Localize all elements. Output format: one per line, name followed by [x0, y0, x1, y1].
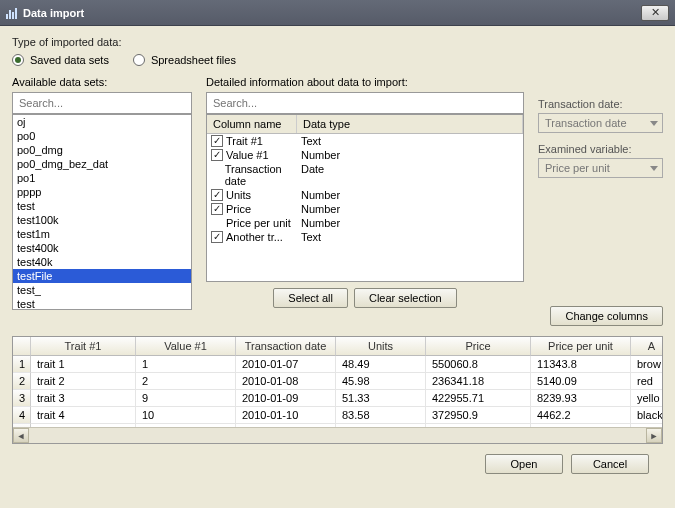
columns-header-type[interactable]: Data type [297, 115, 523, 133]
table-cell[interactable]: trait 4 [31, 407, 136, 424]
table-cell[interactable]: 11343.8 [531, 356, 631, 373]
close-button[interactable]: ✕ [641, 5, 669, 21]
table-cell[interactable]: trait 1 [31, 356, 136, 373]
columns-header-name[interactable]: Column name [207, 115, 297, 133]
available-sets-list[interactable]: ojpo0po0_dmgpo0_dmg_bez_datpo1pppptestte… [12, 114, 192, 310]
list-item[interactable]: test_ [13, 283, 191, 297]
examined-variable-combo[interactable]: Price per unit [538, 158, 663, 178]
title-bar: Data import ✕ [0, 0, 675, 26]
table-cell[interactable]: 372950.9 [426, 407, 531, 424]
search-available-input[interactable] [12, 92, 192, 114]
table-header[interactable] [13, 337, 31, 356]
column-row[interactable]: Transaction dateDate [207, 162, 523, 188]
list-item[interactable]: test400k [13, 241, 191, 255]
change-columns-button[interactable]: Change columns [550, 306, 663, 326]
checkbox[interactable]: ✓ [211, 189, 223, 201]
radio-spreadsheet-files[interactable]: Spreadsheet files [133, 54, 236, 66]
list-item[interactable]: test1m [13, 227, 191, 241]
list-item[interactable]: po1 [13, 171, 191, 185]
column-type: Text [297, 231, 523, 243]
column-name: Value #1 [226, 149, 269, 161]
table-header[interactable]: Transaction date [236, 337, 336, 356]
open-button[interactable]: Open [485, 454, 563, 474]
table-cell[interactable]: 2 [136, 373, 236, 390]
table-header[interactable]: A [631, 337, 663, 356]
table-cell[interactable]: 4462.2 [531, 407, 631, 424]
column-type: Number [297, 189, 523, 201]
column-row[interactable]: ✓Value #1Number [207, 148, 523, 162]
checkbox[interactable]: ✓ [211, 203, 223, 215]
table-cell[interactable]: trait 2 [31, 373, 136, 390]
table-cell[interactable]: red [631, 373, 663, 390]
checkbox[interactable]: ✓ [211, 135, 223, 147]
row-header[interactable]: 4 [13, 407, 31, 424]
table-cell[interactable]: 1 [136, 356, 236, 373]
row-header[interactable]: 1 [13, 356, 31, 373]
column-row[interactable]: ✓UnitsNumber [207, 188, 523, 202]
list-item[interactable]: pppp [13, 185, 191, 199]
table-cell[interactable]: 422955.71 [426, 390, 531, 407]
column-type: Number [297, 217, 523, 229]
list-item[interactable]: test40k [13, 255, 191, 269]
checkbox[interactable]: ✓ [211, 149, 223, 161]
table-cell[interactable]: 9 [136, 390, 236, 407]
table-cell[interactable]: black [631, 407, 663, 424]
list-item[interactable]: oj [13, 115, 191, 129]
row-header[interactable]: 3 [13, 390, 31, 407]
list-item[interactable]: testFile [13, 269, 191, 283]
detailed-info-label: Detailed information about data to impor… [206, 76, 524, 88]
table-cell[interactable]: 236341.18 [426, 373, 531, 390]
window-title: Data import [23, 7, 84, 19]
column-row[interactable]: Price per unitNumber [207, 216, 523, 230]
data-preview-table[interactable]: Trait #1Value #1Transaction dateUnitsPri… [12, 336, 663, 444]
search-columns-input[interactable] [206, 92, 524, 114]
radio-label: Spreadsheet files [151, 54, 236, 66]
table-header[interactable]: Units [336, 337, 426, 356]
table-cell[interactable]: brow [631, 356, 663, 373]
radio-label: Saved data sets [30, 54, 109, 66]
row-header[interactable]: 2 [13, 373, 31, 390]
cancel-button[interactable]: Cancel [571, 454, 649, 474]
column-row[interactable]: ✓PriceNumber [207, 202, 523, 216]
table-cell[interactable]: 5140.09 [531, 373, 631, 390]
close-icon: ✕ [651, 6, 660, 19]
horizontal-scrollbar[interactable]: ◄ ► [13, 427, 662, 443]
scroll-right-icon[interactable]: ► [646, 428, 662, 443]
radio-saved-data-sets[interactable]: Saved data sets [12, 54, 109, 66]
table-cell[interactable]: 2010-01-10 [236, 407, 336, 424]
table-cell[interactable]: 10 [136, 407, 236, 424]
chevron-down-icon [650, 121, 658, 126]
table-header[interactable]: Trait #1 [31, 337, 136, 356]
list-item[interactable]: test [13, 199, 191, 213]
table-cell[interactable]: 8239.93 [531, 390, 631, 407]
type-label: Type of imported data: [12, 36, 663, 48]
select-all-button[interactable]: Select all [273, 288, 348, 308]
table-cell[interactable]: 2010-01-08 [236, 373, 336, 390]
table-header[interactable]: Price [426, 337, 531, 356]
list-item[interactable]: po0_dmg_bez_dat [13, 157, 191, 171]
table-header[interactable]: Price per unit [531, 337, 631, 356]
list-item[interactable]: po0 [13, 129, 191, 143]
table-header[interactable]: Value #1 [136, 337, 236, 356]
table-cell[interactable]: 83.58 [336, 407, 426, 424]
list-item[interactable]: test100k [13, 213, 191, 227]
table-cell[interactable]: yello [631, 390, 663, 407]
table-cell[interactable]: trait 3 [31, 390, 136, 407]
table-cell[interactable]: 550060.8 [426, 356, 531, 373]
transaction-date-combo[interactable]: Transaction date [538, 113, 663, 133]
table-cell[interactable]: 51.33 [336, 390, 426, 407]
table-cell[interactable]: 2010-01-09 [236, 390, 336, 407]
column-name: Price per unit [226, 217, 291, 229]
column-name: Trait #1 [226, 135, 263, 147]
table-cell[interactable]: 2010-01-07 [236, 356, 336, 373]
clear-selection-button[interactable]: Clear selection [354, 288, 457, 308]
column-row[interactable]: ✓Trait #1Text [207, 134, 523, 148]
checkbox[interactable]: ✓ [211, 231, 223, 243]
table-cell[interactable]: 45.98 [336, 373, 426, 390]
column-row[interactable]: ✓Another tr...Text [207, 230, 523, 244]
list-item[interactable]: po0_dmg [13, 143, 191, 157]
list-item[interactable]: test__ [13, 297, 191, 310]
examined-variable-label: Examined variable: [538, 143, 663, 155]
scroll-left-icon[interactable]: ◄ [13, 428, 29, 443]
table-cell[interactable]: 48.49 [336, 356, 426, 373]
